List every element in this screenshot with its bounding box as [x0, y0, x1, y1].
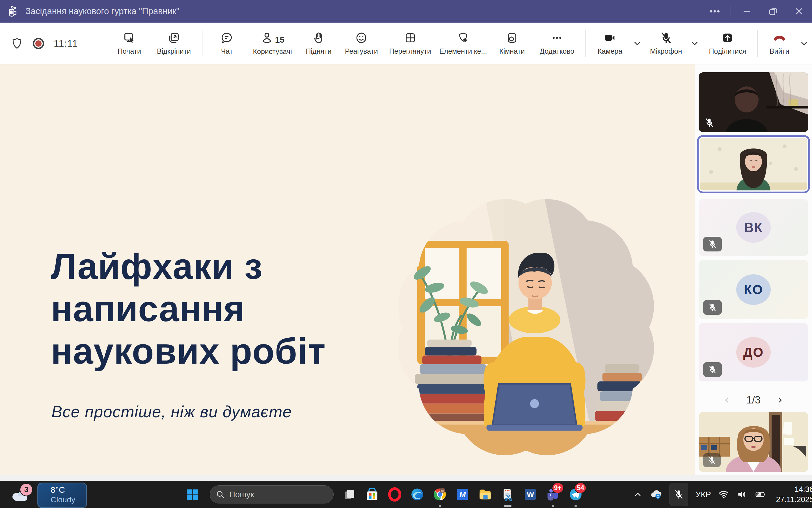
word-button[interactable]: W — [519, 481, 542, 508]
camera-options-chevron[interactable] — [629, 26, 646, 61]
file-explorer-button[interactable] — [474, 481, 497, 508]
windows-logo-icon — [186, 488, 200, 502]
participants-pager: 1/3 — [699, 393, 808, 407]
participant-initials-tile[interactable]: ВК — [699, 199, 808, 256]
m-app-icon: M — [456, 488, 470, 502]
opera-icon — [387, 487, 402, 502]
start-presenting-button[interactable]: Почати — [108, 26, 151, 61]
share-screen-icon — [721, 31, 734, 44]
unpin-icon — [167, 31, 180, 44]
edge-icon — [410, 487, 425, 502]
start-button[interactable] — [186, 488, 200, 503]
folder-icon — [478, 487, 493, 502]
microsoft-store-button[interactable] — [361, 481, 383, 508]
breakout-rooms-icon — [505, 31, 518, 44]
volume-icon[interactable] — [736, 490, 747, 499]
mic-muted-indicator — [703, 300, 722, 315]
taskbar-search[interactable] — [210, 485, 334, 504]
task-view-button[interactable] — [338, 481, 361, 508]
pager-next-button[interactable] — [776, 395, 784, 405]
weather-condition: Cloudy — [51, 495, 86, 504]
microsoft-store-icon — [365, 487, 379, 502]
participant-initials-tile[interactable]: ДО — [699, 323, 808, 381]
weather-alert-badge: 3 — [20, 483, 33, 496]
battery-charging-icon[interactable] — [755, 490, 766, 499]
minimize-button[interactable] — [734, 0, 760, 23]
person-icon — [260, 31, 273, 44]
tray-mic-muted-button[interactable] — [669, 483, 688, 506]
titlebar-more-button[interactable] — [702, 0, 728, 23]
mic-muted-indicator — [703, 237, 722, 251]
close-button[interactable] — [786, 0, 812, 23]
titlebar-divider — [731, 5, 731, 18]
pager-status: 1/3 — [746, 394, 761, 406]
chrome-button[interactable] — [429, 481, 451, 508]
slide-illustration — [390, 192, 662, 463]
unpin-button[interactable]: Відкріпити — [151, 26, 197, 61]
running-indicator — [575, 505, 577, 507]
window-titlebar: Засідання наукового гуртка "Правник" — [0, 0, 812, 23]
snipping-tool-icon — [501, 488, 515, 502]
search-icon — [216, 490, 225, 499]
participants-button[interactable]: 15 Користувачі — [246, 26, 299, 61]
raised-hand-icon — [312, 31, 325, 44]
leave-options-chevron[interactable] — [796, 26, 812, 61]
tray-clock[interactable]: 14:36 27.11.2025 — [776, 484, 812, 505]
leave-button[interactable]: Вийти — [763, 26, 796, 61]
mic-muted-indicator — [704, 118, 714, 128]
m-app-button[interactable]: M — [451, 481, 474, 508]
window-controls — [702, 0, 812, 23]
windows-taskbar: 3 8°C Cloudy — [0, 481, 812, 508]
participant-video-tile-active-speaker[interactable] — [697, 135, 810, 193]
shield-icon — [11, 37, 23, 50]
chat-button[interactable]: Чат — [207, 26, 246, 61]
edge-button[interactable] — [406, 481, 429, 508]
snipping-tool-button[interactable] — [497, 481, 519, 508]
more-actions-button[interactable]: Додатково — [534, 26, 580, 61]
laptop — [486, 384, 582, 431]
onedrive-sync-icon[interactable] — [650, 489, 662, 500]
teams-button[interactable]: T 9+ — [542, 481, 564, 508]
raise-hand-button[interactable]: Підняти — [299, 26, 339, 61]
participant-initials-tile[interactable]: КО — [699, 260, 808, 319]
word-icon: W — [523, 488, 538, 502]
tray-date: 27.11.2025 — [776, 495, 812, 505]
language-indicator[interactable]: УКР — [696, 490, 711, 499]
window-bottom-strip — [0, 475, 812, 481]
telegram-notification-badge: 54 — [575, 482, 586, 493]
toolbar-divider — [758, 30, 758, 57]
running-indicator — [439, 505, 441, 507]
view-button[interactable]: Переглянути — [384, 26, 436, 61]
meeting-controls-button[interactable]: Елементи ке... — [436, 26, 490, 61]
avatar: КО — [736, 274, 771, 305]
participant-video-tile[interactable] — [699, 412, 808, 472]
avatar: ДО — [736, 337, 771, 368]
microphone-options-chevron[interactable] — [687, 26, 703, 61]
microphone-button[interactable]: Мікрофон — [645, 26, 687, 61]
camera-button[interactable]: Камера — [591, 26, 629, 61]
restore-button[interactable] — [760, 0, 786, 23]
taskbar-app-icons: M W — [338, 481, 587, 508]
teams-notification-badge: 9+ — [552, 482, 564, 493]
participant-video-tile[interactable] — [699, 72, 808, 132]
participant-video — [699, 72, 808, 132]
chat-bubble-icon — [220, 31, 233, 44]
participants-rail: ВК КО ДО 1/3 — [695, 65, 812, 475]
chrome-icon — [433, 487, 447, 502]
share-button[interactable]: Поділитися — [703, 26, 752, 61]
tray-chevron-up-icon[interactable] — [633, 490, 642, 499]
task-view-icon — [342, 488, 356, 502]
search-input[interactable] — [229, 490, 314, 499]
participant-video — [700, 138, 807, 190]
rooms-button[interactable]: Кімнати — [490, 26, 534, 61]
wifi-icon[interactable] — [719, 490, 729, 499]
camera-on-icon — [603, 31, 617, 44]
grid-view-icon — [404, 31, 417, 44]
svg-text:M: M — [459, 490, 466, 499]
opera-button[interactable] — [383, 481, 406, 508]
pager-prev-button[interactable] — [723, 395, 731, 405]
react-button[interactable]: Реагувати — [339, 26, 384, 61]
weather-card: 8°C Cloudy — [37, 482, 87, 508]
telegram-button[interactable]: 54 — [564, 481, 587, 508]
screen-cursor-icon — [123, 31, 136, 44]
